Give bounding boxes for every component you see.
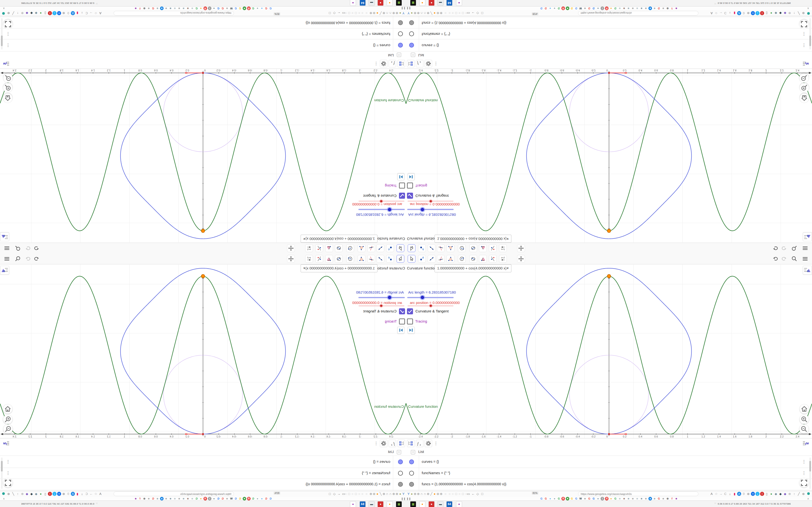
undo-icon[interactable] <box>33 245 40 251</box>
firefox-app-icon[interactable]: ● <box>419 501 425 507</box>
scrollbar-thumb[interactable] <box>809 461 811 471</box>
favicon[interactable]: ∗ <box>583 497 587 501</box>
curvature-tangent-checkbox[interactable] <box>399 193 405 199</box>
address-bar[interactable]: https://www.geogebra.org/classic/aagcxh3… <box>578 11 698 15</box>
wrench-icon[interactable]: ╱ <box>797 11 801 15</box>
line-tool-button[interactable] <box>428 244 436 252</box>
point-tool-button[interactable]: A <box>386 255 394 263</box>
shield-purple-icon[interactable]: ◆ <box>783 492 787 496</box>
graphics-stylebar-toggle[interactable] <box>803 232 812 241</box>
trash-icon[interactable]: ▯ <box>43 492 47 496</box>
favicon[interactable]: ∗ <box>169 6 172 10</box>
play-step-button[interactable] <box>397 173 404 180</box>
download-icon[interactable]: ↓ <box>728 11 732 15</box>
graphics-view[interactable]: -2.4-2.2-2-1.8-1.6-1.4-1.2-1-0.8-0.6-0.4… <box>0 264 406 438</box>
favicon[interactable]: ∗ <box>622 6 626 10</box>
favicon[interactable]: ● <box>548 497 552 501</box>
curvature-function-input[interactable]: 1.000000000000 + cos(4.000000000000 x) ▼ <box>435 264 511 272</box>
redo-icon[interactable] <box>24 256 32 262</box>
angle-tool-button[interactable]: α <box>479 244 487 252</box>
favicon[interactable]: ● <box>212 6 216 10</box>
shield-dark-icon[interactable]: ◆ <box>778 11 782 15</box>
favicon[interactable]: ● <box>648 497 652 501</box>
favicon[interactable]: ● <box>160 6 164 10</box>
favicon[interactable]: ⊛ <box>143 6 146 10</box>
favicon[interactable]: W <box>230 6 233 10</box>
address-bar[interactable]: https://www.geogebra.org/classic/aagcxh3… <box>114 492 234 496</box>
favicon[interactable]: i <box>601 497 604 501</box>
algebra-row-funcnames[interactable]: funcNames = {" "} ⋮ <box>406 468 812 479</box>
favicon[interactable]: ∗ <box>644 497 648 501</box>
settings-button[interactable] <box>424 60 432 67</box>
collapse-icon[interactable]: − <box>411 53 415 57</box>
favicon[interactable]: G <box>540 497 543 501</box>
graphics-view[interactable]: -2.4-2.2-2-1.8-1.6-1.4-1.2-1-0.8-0.6-0.4… <box>406 264 812 438</box>
globe-icon[interactable]: ⊕ <box>439 492 443 496</box>
ghost-icon[interactable]: ■ <box>364 492 368 496</box>
trash-icon[interactable]: ▯ <box>43 11 47 15</box>
back-arrow-icon[interactable]: ← <box>471 492 475 496</box>
arc-length-slider-knob[interactable] <box>388 296 391 299</box>
favicon[interactable]: ∗ <box>618 497 621 501</box>
graphics-view[interactable]: -2.4-2.2-2-1.8-1.6-1.4-1.2-1-0.8-0.6-0.4… <box>406 69 812 243</box>
favicon[interactable]: ● <box>596 497 600 501</box>
zoom-in-button[interactable] <box>800 415 809 424</box>
shield-zero-icon[interactable]: ◆ <box>34 492 38 496</box>
collapse-icon[interactable]: − <box>397 450 401 454</box>
record-icon[interactable]: I <box>760 11 764 15</box>
undo-icon[interactable] <box>772 245 779 251</box>
graphics-view[interactable]: -2.4-2.2-2-1.8-1.6-1.4-1.2-1-0.8-0.6-0.4… <box>0 69 406 243</box>
scrollbar-thumb[interactable] <box>1 461 3 471</box>
settings-app-icon[interactable]: ● <box>428 0 435 6</box>
home-button[interactable] <box>800 404 809 413</box>
dosbox-app-icon[interactable]: 64 <box>446 0 452 6</box>
algebra-row-funcnames[interactable]: funcNames = {" "} ⋮ <box>0 468 406 479</box>
scrollbar-thumb[interactable] <box>809 36 811 46</box>
arc-position-slider-knob[interactable] <box>430 305 432 307</box>
wrench-icon[interactable]: ╱ <box>797 492 801 496</box>
download-icon[interactable]: ↓ <box>80 11 84 15</box>
move-tool-button[interactable] <box>397 244 404 252</box>
perpendicular-line-tool-button[interactable] <box>367 244 375 252</box>
algebra-scrollbar[interactable] <box>1 457 3 489</box>
tracing-checkbox[interactable] <box>407 319 413 325</box>
favicon[interactable]: ∗ <box>631 6 635 10</box>
sort-objects-button[interactable] <box>407 60 414 67</box>
play-step-button[interactable] <box>408 173 415 180</box>
favicon[interactable]: W <box>230 497 233 501</box>
thumb-icon[interactable]: ↑ <box>16 492 20 496</box>
favicon[interactable]: ∗ <box>661 497 665 501</box>
monitor-app-icon[interactable]: ▬ <box>438 0 444 6</box>
shield-dark-icon[interactable]: ◆ <box>30 11 34 15</box>
arc-length-slider-knob[interactable] <box>388 208 391 211</box>
arrow-icon[interactable]: → <box>719 11 723 15</box>
favicon[interactable]: G <box>657 497 661 501</box>
thumb-icon[interactable]: ↑ <box>16 11 20 15</box>
zoom-out-button[interactable] <box>800 425 809 434</box>
star-icon[interactable]: ☆ <box>714 492 718 496</box>
chevron-down-icon[interactable]: ▼ <box>506 237 509 240</box>
row-menu-icon[interactable]: ⋮ <box>6 32 10 37</box>
algebra-scrollbar[interactable] <box>809 457 811 489</box>
favicon[interactable]: G <box>238 6 242 10</box>
favicon[interactable]: G <box>557 497 561 501</box>
menu-hamburger-icon[interactable] <box>4 245 10 251</box>
favicon[interactable]: G <box>216 6 220 10</box>
favicon[interactable]: G <box>216 497 220 501</box>
favicon[interactable]: ∗ <box>173 497 176 501</box>
algebra-row-curves[interactable]: curves = {} ⋮ <box>406 39 812 51</box>
zoom-level-badge[interactable]: 81% <box>273 492 280 495</box>
graphics-stylebar-toggle[interactable] <box>0 266 9 275</box>
favicon[interactable]: ∗ <box>156 497 159 501</box>
translate-blue-icon[interactable]: A <box>737 11 741 15</box>
favicon[interactable]: ∗ <box>191 6 194 10</box>
lock-icon[interactable]: □ <box>480 492 484 496</box>
auxiliary-objects-button[interactable]: fx <box>416 440 423 447</box>
play-step-button[interactable] <box>397 327 404 334</box>
capsule-icon[interactable]: 0 <box>66 492 70 496</box>
shield-icon[interactable]: ◇ <box>332 492 337 496</box>
trash-icon[interactable]: ▯ <box>765 492 769 496</box>
conic-tool-button[interactable] <box>469 244 477 252</box>
favicon[interactable]: ∗ <box>182 497 185 501</box>
more-options-icon[interactable]: ⋮ <box>434 61 438 66</box>
